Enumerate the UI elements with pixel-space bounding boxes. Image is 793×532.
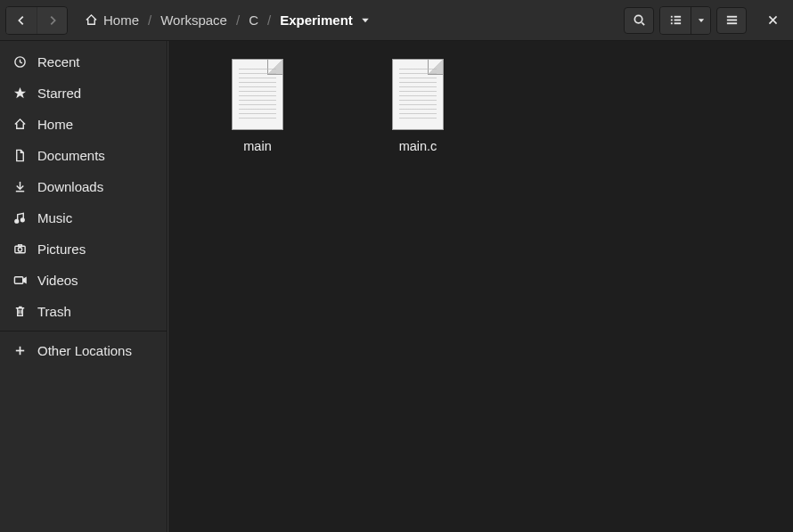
svg-marker-16 xyxy=(13,87,25,98)
svg-rect-12 xyxy=(726,22,736,24)
breadcrumb-workspace[interactable]: Workspace xyxy=(160,12,227,28)
trash-icon xyxy=(12,305,27,319)
clock-icon xyxy=(12,55,27,70)
sidebar-item-home[interactable]: Home xyxy=(0,109,167,140)
svg-marker-9 xyxy=(698,19,703,22)
search-icon xyxy=(633,13,646,27)
toolbar-right xyxy=(624,6,788,35)
svg-point-19 xyxy=(14,219,18,223)
breadcrumb-separator: / xyxy=(267,12,271,28)
svg-rect-6 xyxy=(674,20,681,21)
sidebar-item-recent[interactable]: Recent xyxy=(0,46,167,78)
svg-rect-11 xyxy=(726,20,736,21)
sidebar-item-label: Downloads xyxy=(37,179,103,194)
sidebar-item-label: Pictures xyxy=(37,241,86,257)
content: Recent Starred Home Documents Downloads xyxy=(0,41,793,532)
sidebar-separator xyxy=(0,331,167,331)
music-icon xyxy=(12,211,27,225)
chevron-down-icon xyxy=(697,16,706,25)
sidebar-item-trash[interactable]: Trash xyxy=(0,296,167,327)
sidebar-item-label: Home xyxy=(37,117,73,132)
camera-icon xyxy=(12,242,27,257)
svg-point-1 xyxy=(634,15,642,22)
list-view-button[interactable] xyxy=(660,7,691,34)
sidebar-item-documents[interactable]: Documents xyxy=(0,140,167,171)
breadcrumb-separator: / xyxy=(236,12,240,28)
view-switcher xyxy=(659,6,711,35)
sidebar-item-videos[interactable]: Videos xyxy=(0,265,167,296)
breadcrumb-c[interactable]: C xyxy=(249,12,258,28)
breadcrumb-label: Experiment xyxy=(280,12,353,28)
sidebar-item-label: Recent xyxy=(37,54,80,70)
sidebar-item-downloads[interactable]: Downloads xyxy=(0,171,167,202)
sidebar-item-label: Trash xyxy=(37,304,71,319)
hamburger-menu-button[interactable] xyxy=(716,7,747,34)
sidebar-item-label: Starred xyxy=(37,86,81,101)
svg-rect-4 xyxy=(674,16,681,18)
sidebar-item-label: Videos xyxy=(37,273,78,288)
nav-back-button[interactable] xyxy=(6,7,37,34)
svg-rect-8 xyxy=(674,22,681,24)
sidebar-item-label: Music xyxy=(37,210,72,225)
file-item[interactable]: main.c xyxy=(356,59,480,153)
nav-forward-button[interactable] xyxy=(37,7,67,34)
document-icon xyxy=(12,149,27,163)
chevron-right-icon xyxy=(46,14,59,27)
file-item[interactable]: main xyxy=(195,59,320,153)
svg-marker-25 xyxy=(22,278,25,283)
svg-rect-7 xyxy=(670,22,672,24)
file-name: main xyxy=(243,139,271,153)
download-icon xyxy=(12,180,27,194)
svg-point-22 xyxy=(18,248,21,251)
breadcrumb-current[interactable]: Experiment xyxy=(280,12,371,28)
star-icon xyxy=(12,86,27,101)
svg-marker-0 xyxy=(362,18,369,22)
breadcrumb-separator: / xyxy=(148,12,151,28)
sidebar: Recent Starred Home Documents Downloads xyxy=(0,41,168,532)
list-icon xyxy=(669,13,683,27)
breadcrumb-label: C xyxy=(249,12,258,28)
breadcrumb-home[interactable]: Home xyxy=(84,12,139,28)
close-icon xyxy=(767,14,779,26)
chevron-down-icon xyxy=(360,15,371,26)
headerbar: Home / Workspace / C / Experiment xyxy=(0,0,793,41)
sidebar-item-label: Other Locations xyxy=(37,343,132,358)
sidebar-item-label: Documents xyxy=(37,148,105,163)
svg-line-2 xyxy=(642,22,644,25)
file-grid[interactable]: main main.c xyxy=(168,41,793,532)
breadcrumb-label: Home xyxy=(103,12,139,28)
file-name: main.c xyxy=(399,139,437,153)
sidebar-item-music[interactable]: Music xyxy=(0,202,167,233)
view-options-button[interactable] xyxy=(691,7,710,34)
sidebar-item-pictures[interactable]: Pictures xyxy=(0,233,167,265)
plus-icon xyxy=(12,344,27,358)
home-icon xyxy=(12,118,27,132)
text-file-icon xyxy=(232,59,283,130)
nav-buttons xyxy=(5,6,68,35)
close-button[interactable] xyxy=(757,7,788,34)
sidebar-item-other-locations[interactable]: Other Locations xyxy=(0,335,167,366)
text-file-icon xyxy=(392,59,444,130)
video-icon xyxy=(12,274,27,288)
svg-point-20 xyxy=(20,218,24,222)
breadcrumb-label: Workspace xyxy=(160,12,227,28)
svg-rect-10 xyxy=(726,16,736,18)
sidebar-item-starred[interactable]: Starred xyxy=(0,78,167,109)
home-icon xyxy=(84,13,98,28)
search-button[interactable] xyxy=(624,7,654,34)
hamburger-icon xyxy=(725,13,739,27)
svg-rect-24 xyxy=(14,277,22,284)
breadcrumb: Home / Workspace / C / Experiment xyxy=(84,12,620,28)
chevron-left-icon xyxy=(15,14,28,27)
svg-rect-5 xyxy=(670,20,672,21)
svg-rect-3 xyxy=(670,16,672,18)
